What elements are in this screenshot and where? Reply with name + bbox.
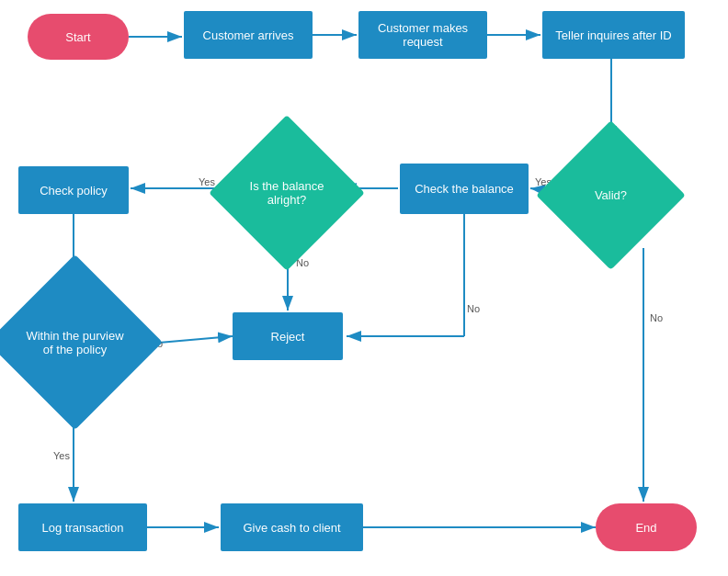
balance-alright-diamond: Is the balance alright? bbox=[232, 138, 342, 248]
label-check-balance-no: No bbox=[467, 303, 480, 314]
customer-request-node: Customer makes request bbox=[358, 11, 487, 59]
give-cash-node: Give cash to client bbox=[221, 503, 363, 551]
teller-id-node: Teller inquires after ID bbox=[542, 11, 685, 59]
end-node: End bbox=[596, 503, 697, 551]
label-balance-alright-yes: Yes bbox=[199, 176, 215, 187]
within-purview-diamond: Within the purview of the policy bbox=[13, 280, 137, 404]
valid-diamond: Valid? bbox=[558, 142, 664, 248]
log-transaction-node: Log transaction bbox=[18, 503, 147, 551]
reject-node: Reject bbox=[233, 312, 343, 360]
label-purview-yes: Yes bbox=[53, 450, 70, 461]
label-valid-no: No bbox=[650, 312, 663, 323]
customer-arrives-node: Customer arrives bbox=[184, 11, 313, 59]
start-node: Start bbox=[28, 14, 129, 60]
flowchart: Yes No Yes Yes No No Yes No Start Custom… bbox=[0, 0, 728, 576]
check-balance-node: Check the balance bbox=[400, 164, 529, 214]
check-policy-node: Check policy bbox=[18, 166, 129, 214]
